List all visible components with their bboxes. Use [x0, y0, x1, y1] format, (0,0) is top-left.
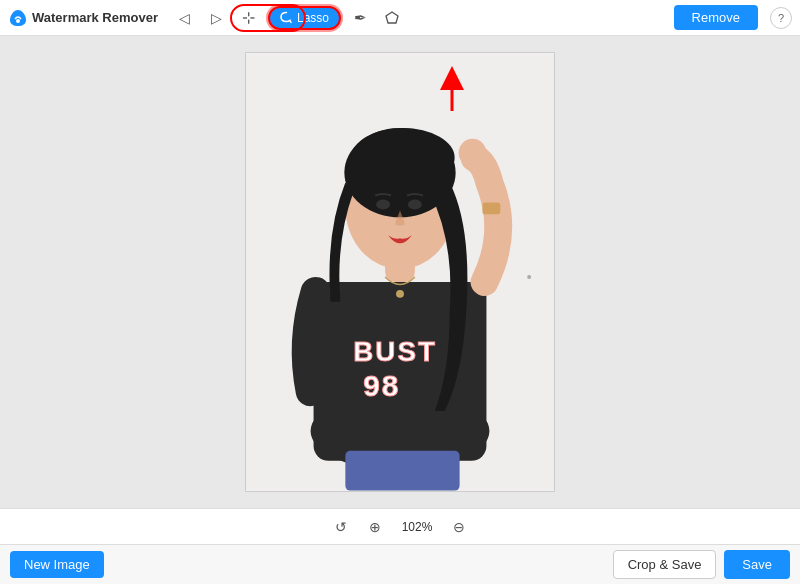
svg-point-18	[459, 139, 487, 167]
back-button[interactable]: ◁	[172, 5, 198, 31]
back-icon: ◁	[179, 10, 190, 26]
zoom-level-label: 102%	[397, 520, 437, 534]
svg-point-14	[351, 128, 454, 188]
svg-rect-19	[482, 202, 500, 214]
svg-point-16	[408, 199, 422, 209]
pin-button[interactable]: ⊹	[236, 5, 262, 31]
footer: New Image Crop & Save Save	[0, 544, 800, 584]
statusbar: ↺ ⊕ 102% ⊖	[0, 508, 800, 544]
pin-icon: ⊹	[242, 8, 255, 27]
svg-text:BUST: BUST	[353, 336, 437, 367]
svg-point-20	[527, 275, 531, 279]
forward-icon: ▷	[211, 10, 222, 26]
app-logo-icon	[8, 8, 28, 28]
svg-point-0	[16, 19, 20, 23]
zoom-in-icon: ⊕	[369, 519, 381, 535]
zoom-out-button[interactable]: ⊖	[447, 515, 471, 539]
svg-point-15	[376, 199, 390, 209]
toolbar: Watermark Remover ◁ ▷ ⊹ Lasso ✒ Remove ?	[0, 0, 800, 36]
reset-zoom-icon: ↺	[335, 519, 347, 535]
remove-button[interactable]: Remove	[674, 5, 758, 30]
footer-right-actions: Crop & Save Save	[613, 550, 790, 579]
forward-button[interactable]: ▷	[204, 5, 230, 31]
lasso-icon	[280, 11, 293, 24]
crop-save-button[interactable]: Crop & Save	[613, 550, 717, 579]
main-canvas: BUST 98 BUST 98	[0, 36, 800, 508]
lasso-label: Lasso	[297, 11, 329, 25]
save-button[interactable]: Save	[724, 550, 790, 579]
zoom-in-button[interactable]: ⊕	[363, 515, 387, 539]
svg-rect-21	[345, 451, 459, 491]
app-title: Watermark Remover	[32, 10, 158, 25]
polygon-icon	[385, 11, 399, 25]
polygon-button[interactable]	[379, 5, 405, 31]
lasso-button[interactable]: Lasso	[268, 6, 341, 30]
brush-icon: ✒	[354, 9, 367, 27]
image-display: BUST 98 BUST 98	[245, 52, 555, 492]
brush-button[interactable]: ✒	[347, 5, 373, 31]
main-image: BUST 98 BUST 98	[246, 52, 554, 492]
svg-marker-1	[386, 12, 398, 23]
new-image-button[interactable]: New Image	[10, 551, 104, 578]
app-logo: Watermark Remover	[8, 8, 158, 28]
help-button[interactable]: ?	[770, 7, 792, 29]
svg-text:98: 98	[363, 369, 400, 402]
zoom-out-icon: ⊖	[453, 519, 465, 535]
svg-point-17	[396, 290, 404, 298]
reset-zoom-button[interactable]: ↺	[329, 515, 353, 539]
